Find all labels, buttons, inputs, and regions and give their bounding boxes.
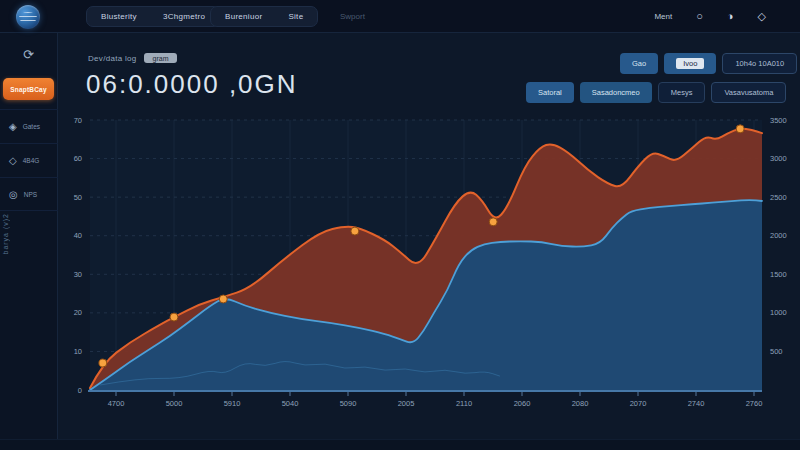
page-title: Dev/data log — [88, 54, 137, 63]
y-axis-right-label: 2500 — [770, 193, 787, 202]
menu-label[interactable]: Ment — [654, 12, 672, 21]
y-axis-left-label: 10 — [74, 347, 82, 356]
x-axis-label: 2080 — [572, 399, 589, 408]
diamond-icon[interactable]: ◇ — [758, 11, 766, 22]
sidebar-active-label: SnaptBCay — [10, 86, 46, 93]
target-icon: ◎ — [9, 189, 18, 200]
x-axis-label: 5090 — [340, 399, 357, 408]
y-axis-left-label: 20 — [74, 308, 82, 317]
data-point-marker[interactable] — [219, 295, 227, 303]
y-axis-left-label: 70 — [74, 116, 82, 125]
nav-item-1[interactable]: Blusterity — [101, 12, 137, 21]
x-axis-label: 2070 — [630, 399, 647, 408]
nav-item-4[interactable]: Site — [288, 12, 303, 21]
x-axis-label: 2005 — [398, 399, 415, 408]
nav-item-support[interactable]: Swport — [340, 12, 365, 21]
data-point-marker[interactable] — [170, 313, 178, 321]
filter-button-4[interactable]: Vasavusatoma — [711, 82, 786, 103]
nav-group-primary: Blusterity 3Chgmetro — [86, 6, 220, 27]
sidebar-item-nps[interactable]: ◎ NPS — [0, 177, 58, 211]
sidebar-item-label: NPS — [24, 191, 37, 198]
y-axis-right-label: 3000 — [770, 154, 787, 163]
nav-group-secondary: Bureniuor Site — [210, 6, 318, 27]
y-axis-right-label: 500 — [770, 347, 783, 356]
sidebar-item-label: Gates — [23, 123, 40, 130]
x-axis-label: 5040 — [282, 399, 299, 408]
filter-button-1[interactable]: Satoral — [526, 82, 574, 103]
theme-moon-icon[interactable]: ◑ — [727, 11, 734, 22]
toolbar-row-2: Satoral Sasadoncmeo Mesys Vasavusatoma — [526, 82, 786, 103]
y-axis-right-label: 1000 — [770, 308, 787, 317]
y-axis-left-label: 30 — [74, 270, 82, 279]
data-point-marker[interactable] — [351, 227, 359, 235]
logo-globe-icon[interactable] — [16, 5, 40, 29]
sidebar-item-active[interactable]: SnaptBCay — [3, 78, 54, 100]
circle-status-icon[interactable]: ○ — [696, 11, 703, 22]
y-axis-left-label: 0 — [78, 386, 82, 395]
diamond-outline-icon: ◇ — [9, 155, 17, 166]
y-axis-left-label: 50 — [74, 193, 82, 202]
sidebar-item-4b4g[interactable]: ◇ 4B4G — [0, 143, 58, 177]
y-axis-right-label: 3500 — [770, 116, 787, 125]
x-axis-label: 2740 — [688, 399, 705, 408]
area-chart[interactable]: 7035006030005025004020003015002010001050… — [90, 115, 762, 392]
y-axis-left-label: 40 — [74, 231, 82, 240]
x-axis-label: 2760 — [746, 399, 763, 408]
data-point-marker[interactable] — [736, 125, 744, 133]
y-axis-right-label: 2000 — [770, 231, 787, 240]
toolbar-row-1: Gao Ivoo 10h4o 10A010 — [620, 53, 797, 74]
x-axis-label: 5000 — [166, 399, 183, 408]
top-nav-bar: Blusterity 3Chgmetro Bureniuor Site Swpo… — [0, 0, 800, 33]
timestamp-button[interactable]: 10h4o 10A010 — [722, 53, 797, 74]
metric-value: 06:0.0000 ,0GN — [86, 69, 298, 100]
sidebar-vertical-label: barya (v)2 — [2, 213, 9, 255]
sidebar-item-gates[interactable]: ◈ Gates — [0, 109, 58, 143]
x-axis-label: 5910 — [224, 399, 241, 408]
filter-button-3[interactable]: Mesys — [658, 82, 706, 103]
range-button-2-label: Ivoo — [676, 58, 704, 69]
filter-button-2[interactable]: Sasadoncmeo — [580, 82, 652, 103]
nav-right-cluster: Ment ○ ◑ ◇ — [654, 0, 766, 33]
y-axis-right-label: 1500 — [770, 270, 787, 279]
nav-item-2[interactable]: 3Chgmetro — [163, 12, 205, 21]
refresh-icon[interactable]: ⟳ — [0, 47, 57, 62]
title-badge: gram — [144, 53, 178, 63]
x-axis-label: 4700 — [108, 399, 125, 408]
range-button-1[interactable]: Gao — [620, 53, 658, 74]
data-point-marker[interactable] — [489, 218, 497, 226]
x-axis-label: 2110 — [456, 399, 472, 408]
diamond-filled-icon: ◈ — [9, 121, 17, 132]
main-panel: Dev/data log gram 06:0.0000 ,0GN Gao Ivo… — [58, 33, 800, 450]
footer-band — [0, 439, 800, 450]
sidebar: ⟳ SnaptBCay ◈ Gates ◇ 4B4G ◎ NPS barya (… — [0, 33, 58, 450]
chart-canvas[interactable]: 7035006030005025004020003015002010001050… — [90, 115, 762, 392]
range-button-2[interactable]: Ivoo — [664, 53, 716, 74]
nav-item-3[interactable]: Bureniuor — [225, 12, 262, 21]
x-axis-label: 2060 — [514, 399, 531, 408]
y-axis-left-label: 60 — [74, 154, 82, 163]
sidebar-item-label: 4B4G — [23, 157, 40, 164]
data-point-marker[interactable] — [99, 359, 107, 367]
